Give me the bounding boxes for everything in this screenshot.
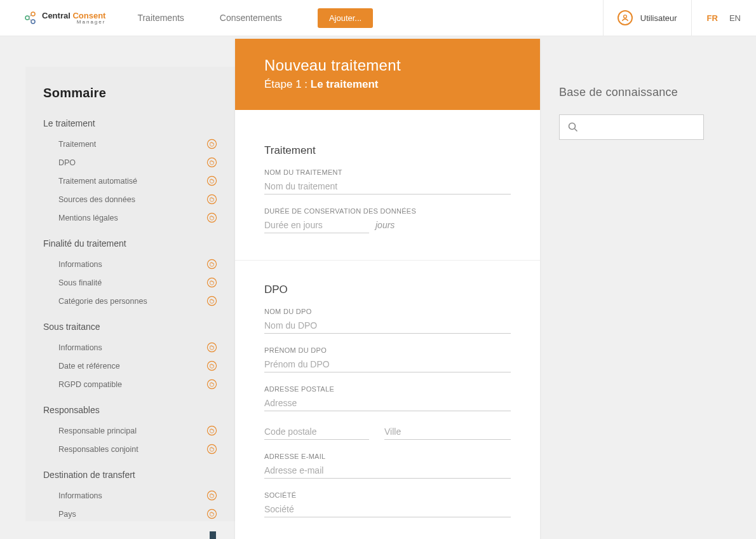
sidebar-item-label: Catégorie des personnes (58, 297, 147, 306)
label-email: ADRESSE E-MAIL (264, 453, 511, 460)
language-switch: FR EN (691, 0, 756, 36)
hand-icon (206, 444, 217, 454)
sidebar-item-label: Responsables conjoint (58, 445, 138, 454)
nav-consentements[interactable]: Consentements (220, 13, 282, 23)
duree-suffix: jours (375, 220, 395, 230)
sidebar-item[interactable]: Informations (43, 488, 217, 503)
input-code-postale[interactable] (264, 424, 369, 440)
label-prenom-dpo: PRÉNOM DU DPO (264, 346, 511, 354)
sidebar-item-label: Traitement (58, 140, 96, 149)
sidebar-item-label: Traitement automatisé (58, 177, 137, 186)
input-nom-traitement[interactable] (264, 179, 511, 194)
svg-point-11 (207, 259, 216, 268)
sidebar-item-label: Pays (58, 510, 76, 519)
summary-sidebar: Sommaire Le traitementTraitementDPOTrait… (25, 67, 235, 521)
hand-icon (206, 259, 217, 270)
svg-point-1 (31, 12, 35, 16)
hand-icon (206, 490, 217, 501)
sidebar-item-label: Sous finalité (58, 278, 102, 287)
label-nom-dpo: NOM DU DPO (264, 308, 511, 315)
sidebar-item[interactable]: RGPD compatible (43, 376, 217, 392)
hand-icon (206, 425, 217, 436)
svg-point-7 (207, 158, 216, 167)
input-ville[interactable] (384, 424, 511, 440)
hand-icon (206, 194, 217, 205)
sidebar-item-label: DPO (58, 158, 76, 167)
label-nom-traitement: NOM DU TRAITEMENT (264, 168, 511, 176)
sidebar-item[interactable]: Sources des données (43, 191, 217, 207)
logo-icon (24, 11, 38, 25)
sidebar-item-label: Informations (58, 491, 102, 500)
input-nom-dpo[interactable] (264, 318, 511, 334)
form-title: Nouveau traitement (264, 57, 511, 74)
svg-point-21 (569, 123, 576, 130)
sidebar-item[interactable]: Responsables conjoint (43, 441, 217, 457)
sidebar-item[interactable]: Traitement (43, 136, 217, 152)
hand-icon (206, 379, 217, 390)
nav-traitements[interactable]: Traitements (137, 13, 184, 23)
input-duree[interactable] (264, 217, 369, 233)
svg-point-18 (207, 444, 216, 453)
kb-title: Base de connaissance (559, 86, 720, 99)
input-email[interactable] (264, 463, 511, 479)
hand-icon (206, 342, 217, 353)
section-dpo: DPO NOM DU DPO PRÉNOM DU DPO ADRESSE POS… (264, 283, 511, 517)
svg-point-20 (207, 509, 216, 518)
add-button[interactable]: Ajouter... (318, 8, 373, 28)
logo[interactable]: Central Consent Manager (24, 11, 105, 25)
sidebar-item[interactable]: Pays (43, 506, 217, 521)
sidebar-item[interactable]: Informations (43, 339, 217, 355)
sidebar-item-label: Date et référence (58, 362, 120, 371)
user-icon (618, 10, 633, 25)
sidebar-item[interactable]: Date et référence (43, 358, 217, 374)
lang-fr[interactable]: FR (707, 13, 718, 23)
svg-point-13 (207, 296, 216, 305)
sidebar-item-label: Sources des données (58, 195, 135, 204)
svg-point-15 (207, 361, 216, 370)
kb-search-box[interactable] (559, 114, 704, 140)
hand-icon (206, 508, 217, 519)
kb-search-input[interactable] (584, 122, 696, 132)
sidebar-item[interactable]: Responsable principal (43, 423, 217, 439)
section-traitement: Traitement NOM DU TRAITEMENT DURÉE DE CO… (264, 144, 511, 261)
label-duree: DURÉE DE CONSERVATION DES DONNÉES (264, 207, 511, 215)
sidebar-section-heading[interactable]: Le traitement (43, 118, 217, 128)
hand-icon (206, 360, 217, 371)
sidebar-section-heading[interactable]: Responsables (43, 405, 217, 415)
svg-point-8 (207, 176, 216, 185)
label-societe: SOCIÉTÉ (264, 491, 511, 499)
main-nav: Traitements Consentements Ajouter... (137, 8, 373, 28)
svg-point-2 (31, 20, 35, 24)
input-prenom-dpo[interactable] (264, 357, 511, 372)
svg-point-19 (207, 491, 216, 500)
sidebar-item[interactable]: Traitement automatisé (43, 173, 217, 189)
user-menu[interactable]: Utilisateur (603, 0, 691, 36)
hand-icon (206, 212, 217, 223)
sidebar-item-label: Responsable principal (58, 426, 137, 435)
svg-point-10 (207, 213, 216, 222)
sidebar-section-heading[interactable]: Finalité du traitement (43, 238, 217, 249)
svg-line-22 (575, 129, 577, 132)
hand-icon (206, 175, 217, 186)
progress-indicator (210, 531, 216, 539)
sidebar-title: Sommaire (43, 86, 217, 100)
label-adresse: ADRESSE POSTALE (264, 385, 511, 393)
sidebar-item[interactable]: Mentions légales (43, 210, 217, 226)
sidebar-section-heading[interactable]: Sous traitance (43, 322, 217, 332)
sidebar-item-label: RGPD compatible (58, 380, 122, 389)
svg-point-5 (623, 15, 626, 18)
sidebar-section-heading[interactable]: Destination de transfert (43, 470, 217, 480)
sidebar-item-label: Mentions légales (58, 214, 118, 222)
input-adresse[interactable] (264, 395, 511, 411)
svg-point-9 (207, 194, 216, 203)
sidebar-item[interactable]: Catégorie des personnes (43, 293, 217, 309)
sidebar-item-label: Informations (58, 343, 102, 352)
sidebar-item[interactable]: Informations (43, 256, 217, 272)
input-societe[interactable] (264, 501, 511, 517)
hand-icon (206, 296, 217, 306)
svg-point-6 (207, 139, 216, 148)
hand-icon (206, 277, 217, 288)
lang-en[interactable]: EN (729, 13, 741, 23)
sidebar-item[interactable]: Sous finalité (43, 275, 217, 290)
sidebar-item[interactable]: DPO (43, 154, 217, 170)
